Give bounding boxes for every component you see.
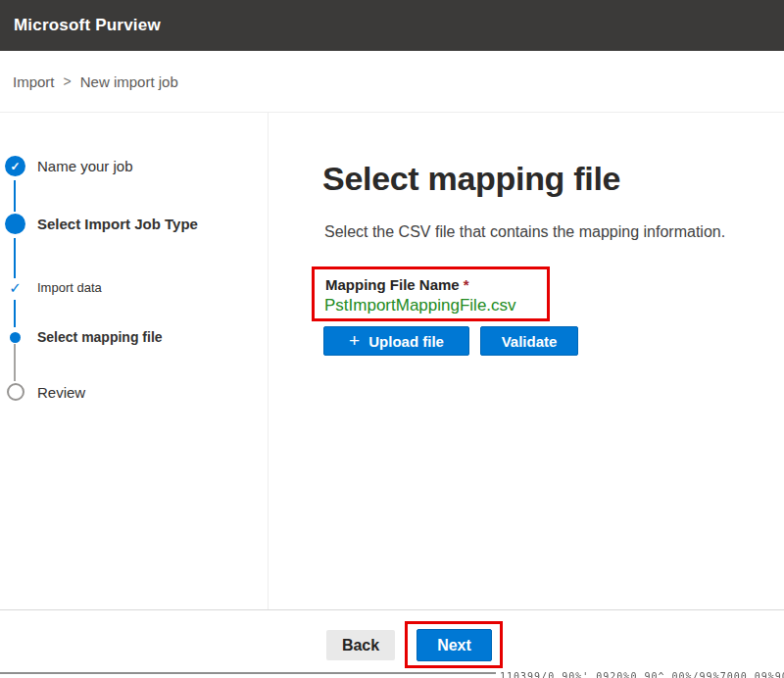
- app-header: Microsoft Purview: [0, 0, 784, 51]
- wizard-step-label: Select Import Job Type: [37, 216, 198, 232]
- breadcrumb-new-import-job[interactable]: New import job: [80, 73, 178, 90]
- upcoming-step-circle-icon: [7, 383, 24, 401]
- completed-substep-check-icon: ✓: [9, 280, 22, 295]
- wizard-substep-select-mapping-file[interactable]: Select mapping file: [0, 329, 163, 345]
- wizard-step-label: Select mapping file: [37, 329, 163, 345]
- sidebar-divider: [268, 113, 269, 609]
- wizard-step-review[interactable]: Review: [0, 383, 85, 401]
- next-button[interactable]: Next: [416, 629, 492, 661]
- footer-divider: [0, 609, 784, 610]
- bottom-cropped-line: [0, 672, 496, 674]
- wizard-step-label: Review: [37, 384, 85, 401]
- wizard-step-label: Import data: [37, 280, 102, 295]
- step-connector: [14, 344, 16, 381]
- upload-file-button[interactable]: + Upload file: [323, 326, 469, 356]
- step-connector: [14, 238, 16, 278]
- app-title: Microsoft Purview: [14, 16, 161, 35]
- breadcrumb: Import > New import job: [0, 51, 784, 112]
- top-divider: [0, 112, 784, 113]
- mapping-file-name-value: PstImportMappingFile.csv: [324, 296, 516, 315]
- current-step-circle-icon: [5, 214, 25, 234]
- wizard-step-label: Name your job: [37, 158, 133, 174]
- upload-file-label: Upload file: [368, 333, 444, 350]
- purview-import-wizard-screen: Microsoft Purview Import > New import jo…: [0, 0, 784, 678]
- page-title: Select mapping file: [322, 160, 620, 198]
- wizard-step-name-your-job[interactable]: ✓ Name your job: [0, 156, 133, 176]
- back-button[interactable]: Back: [326, 630, 395, 660]
- step-connector: [14, 180, 16, 212]
- breadcrumb-separator-icon: >: [64, 73, 72, 89]
- required-asterisk: *: [464, 276, 469, 293]
- page-description: Select the CSV file that contains the ma…: [324, 223, 725, 241]
- wizard-substep-import-data[interactable]: ✓ Import data: [0, 280, 102, 295]
- validate-label: Validate: [502, 333, 558, 350]
- current-substep-dot-icon: [10, 332, 21, 343]
- field-label-text: Mapping File Name: [325, 276, 460, 293]
- file-action-buttons: + Upload file Validate: [323, 326, 578, 356]
- step-connector: [14, 300, 16, 327]
- bottom-cropped-text: 110399/0 90%'.0920%0 90^ 00%/99%7000 09%…: [500, 671, 784, 678]
- wizard-step-select-import-job-type[interactable]: Select Import Job Type: [0, 214, 198, 234]
- plus-icon: +: [349, 331, 360, 350]
- mapping-file-name-label: Mapping File Name*: [325, 276, 469, 293]
- validate-button[interactable]: Validate: [480, 326, 578, 356]
- completed-check-circle-icon: ✓: [5, 156, 25, 176]
- breadcrumb-import[interactable]: Import: [13, 73, 55, 90]
